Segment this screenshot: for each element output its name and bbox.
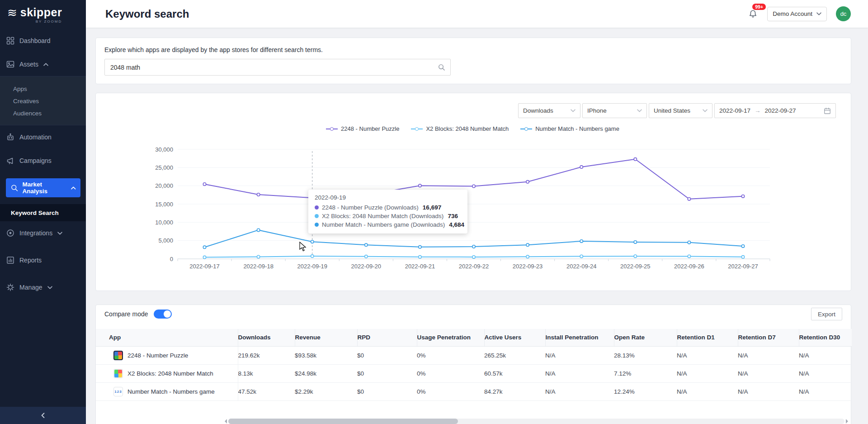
date-range-picker[interactable]: 2022-09-17 → 2022-09-27 (714, 103, 836, 118)
legend-label: X2 Blocks: 2048 Number Match (426, 125, 509, 132)
apps-comparison-table: App Downloads Revenue RPD Usage Penetrat… (96, 329, 852, 401)
tooltip-label: 2248 - Number Puzzle (Downloads) (322, 204, 419, 211)
scroll-left-arrow[interactable] (225, 419, 227, 424)
brand-logo[interactable]: ≋ skipper BY ZOOMD (0, 0, 86, 27)
legend-label: Number Match - Numbers game (535, 125, 619, 132)
cell-rpd: $0 (357, 364, 417, 382)
scrollbar-track[interactable] (228, 419, 844, 424)
column-header[interactable]: Downloads (238, 329, 295, 346)
sidebar-item-keyword-search[interactable]: Keyword Search (0, 204, 86, 221)
sidebar-item-label: Integrations (19, 229, 52, 237)
export-button[interactable]: Export (811, 308, 842, 320)
cell-downloads: 47.52k (238, 382, 295, 400)
column-header[interactable]: Usage Penetration (417, 329, 484, 346)
sidebar-item-integrations[interactable]: Integrations (0, 221, 86, 245)
svg-text:2022-09-21: 2022-09-21 (405, 263, 435, 270)
column-header[interactable]: Retention D7 (738, 329, 799, 346)
svg-text:20,000: 20,000 (155, 182, 173, 189)
search-description: Explore which apps are displayed by the … (104, 46, 842, 53)
brand-name: skipper (20, 6, 62, 19)
cell-retention-d30: N/A (799, 382, 852, 400)
table-row[interactable]: 2248 - Number Puzzle 219.62k $93.58k $0 … (96, 346, 852, 364)
app-name[interactable]: X2 Blocks: 2048 Number Match (127, 370, 213, 377)
sidebar-item-label: Dashboard (19, 37, 51, 44)
legend-marker (411, 126, 423, 132)
image-icon (6, 60, 14, 68)
keyword-search-box (104, 59, 451, 76)
legend-marker (326, 126, 338, 132)
column-header[interactable]: Retention D30 (799, 329, 852, 346)
sidebar: ≋ skipper BY ZOOMD Dashboard Assets Apps… (0, 0, 86, 424)
chevron-down-icon (57, 232, 62, 235)
series-dot (315, 214, 319, 218)
search-icon[interactable] (438, 63, 445, 71)
sidebar-item-label: Reports (19, 257, 42, 264)
chevron-down-icon (571, 109, 576, 112)
table-row[interactable]: 123Number Match - Numbers game 47.52k $2… (96, 382, 852, 400)
scrollbar-thumb[interactable] (228, 419, 458, 424)
svg-text:2022-09-26: 2022-09-26 (674, 263, 704, 270)
cell-install-penetration: N/A (545, 364, 614, 382)
cell-rpd: $0 (357, 382, 417, 400)
chevron-up-icon (71, 186, 76, 190)
sidebar-item-assets[interactable]: Assets (0, 52, 86, 76)
megaphone-icon (6, 157, 14, 165)
sidebar-item-apps[interactable]: Apps (0, 83, 86, 95)
cell-active-users: 60.57k (484, 364, 545, 382)
column-header[interactable]: Open Rate (614, 329, 677, 346)
sidebar-item-automation[interactable]: Automation (0, 125, 86, 149)
date-range-arrow: → (755, 107, 761, 114)
cell-retention-d1: N/A (677, 382, 738, 400)
app-name[interactable]: Number Match - Numbers game (127, 388, 215, 395)
tooltip-label: X2 Blocks: 2048 Number Match (Downloads) (322, 213, 443, 219)
sidebar-item-campaigns[interactable]: Campaigns (0, 149, 86, 172)
column-header[interactable]: App (96, 329, 238, 346)
sidebar-item-manage[interactable]: Manage (0, 276, 86, 299)
sidebar-item-audiences[interactable]: Audiences (0, 107, 86, 119)
notifications-button[interactable]: 99+ (747, 9, 758, 19)
legend-item[interactable]: 2248 - Number Puzzle (326, 125, 399, 132)
table-horizontal-scrollbar (225, 418, 848, 424)
svg-text:2022-09-19: 2022-09-19 (297, 263, 327, 270)
sidebar-item-dashboard[interactable]: Dashboard (0, 29, 86, 52)
date-end: 2022-09-27 (765, 107, 796, 114)
country-select[interactable]: United States (649, 103, 712, 118)
sidebar-item-label: Assets (19, 61, 38, 68)
keyword-search-panel: Explore which apps are displayed by the … (95, 38, 851, 84)
column-header[interactable]: Revenue (295, 329, 357, 346)
table-row[interactable]: X2 Blocks: 2048 Number Match 8.13k $24.9… (96, 364, 852, 382)
scroll-right-arrow[interactable] (846, 419, 848, 424)
device-select[interactable]: IPhone (582, 103, 647, 118)
cell-install-penetration: N/A (545, 346, 614, 364)
sidebar-item-creatives[interactable]: Creatives (0, 95, 86, 107)
legend-item[interactable]: Number Match - Numbers game (520, 125, 619, 132)
robot-icon (6, 133, 14, 141)
app-name[interactable]: 2248 - Number Puzzle (127, 352, 188, 359)
cell-rpd: $0 (357, 346, 417, 364)
comparison-table-panel: Compare mode Export App Downloads Revenu… (95, 305, 851, 424)
metric-select[interactable]: Downloads (518, 103, 580, 118)
column-header[interactable]: Retention D1 (677, 329, 738, 346)
sidebar-collapse-button[interactable] (0, 407, 86, 424)
svg-text:15,000: 15,000 (155, 201, 173, 208)
cell-revenue: $24.98k (295, 364, 357, 382)
cell-retention-d7: N/A (738, 382, 799, 400)
legend-item[interactable]: X2 Blocks: 2048 Number Match (411, 125, 509, 132)
compare-mode-toggle[interactable] (154, 310, 172, 319)
keyword-search-input[interactable] (104, 59, 451, 76)
column-header[interactable]: Active Users (484, 329, 545, 346)
avatar[interactable]: dc (836, 6, 851, 21)
sidebar-item-reports[interactable]: Reports (0, 248, 86, 272)
downloads-line-chart[interactable]: 05,00010,00015,00020,00025,00030,0002022… (96, 136, 852, 281)
column-header[interactable]: RPD (357, 329, 417, 346)
sidebar-item-label: Market Analysis (22, 181, 67, 195)
tooltip-row: 2248 - Number Puzzle (Downloads) 16,697 (315, 204, 461, 211)
brand-subtitle: BY ZOOMD (20, 19, 62, 24)
sidebar-item-market-analysis[interactable]: Market Analysis (6, 178, 80, 197)
chevron-down-icon (47, 286, 52, 289)
app-icon (113, 351, 123, 360)
bell-icon (749, 10, 757, 18)
account-dropdown[interactable]: Demo Account (767, 7, 827, 21)
column-header[interactable]: Install Penetration (545, 329, 614, 346)
legend-marker (520, 126, 532, 132)
